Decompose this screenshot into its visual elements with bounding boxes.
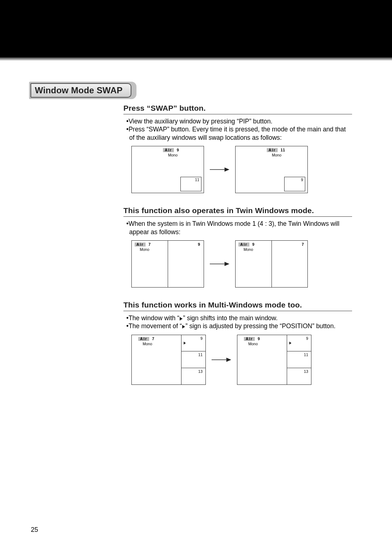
content-area: Press “SWAP” button. •View the auxiliary… bbox=[123, 104, 352, 398]
svg-marker-1 bbox=[225, 167, 230, 172]
triangle-icon bbox=[180, 317, 183, 321]
multi-cell: 13 bbox=[287, 368, 311, 384]
air-label: Air bbox=[135, 243, 146, 247]
top-black-banner bbox=[0, 0, 392, 57]
multi-cell: 9 bbox=[287, 335, 311, 352]
arrow-icon bbox=[209, 260, 230, 268]
air-label: Air bbox=[244, 337, 255, 341]
mono-label: Mono bbox=[140, 247, 149, 252]
twin-left-pane: Air 9 Mono bbox=[236, 241, 272, 287]
bullet-text-pre: The movement of “ bbox=[128, 322, 182, 330]
mono-label: Mono bbox=[244, 247, 253, 252]
mono-label: Mono bbox=[248, 342, 258, 346]
multi-channel: 11 bbox=[304, 351, 311, 357]
heading-rule bbox=[123, 114, 352, 114]
twin-screen-after: Air 9 Mono 7 bbox=[235, 240, 308, 288]
bullet-text-post: ” sign is adjusted by pressing the “POSI… bbox=[185, 322, 335, 330]
heading-rule bbox=[123, 311, 352, 311]
multi-channel: 11 bbox=[198, 351, 205, 357]
multi-main-pane: Air 9 Mono bbox=[237, 335, 287, 384]
bullet-text-post: ” sign shifts into the main window. bbox=[183, 314, 278, 322]
twin-right-pane: 9 bbox=[168, 241, 204, 287]
multi-channel: 9 bbox=[306, 335, 311, 341]
mono-label: Mono bbox=[168, 153, 177, 157]
bullet-text: When the system is in Twin Windows mode … bbox=[128, 220, 339, 235]
section-title-tab: Window Mode SWAP bbox=[29, 82, 136, 99]
air-label: Air bbox=[267, 148, 278, 152]
bullets-twin: •When the system is in Twin Windows mode… bbox=[126, 220, 352, 236]
heading-swap: Press “SWAP” button. bbox=[123, 104, 352, 113]
page-number: 25 bbox=[31, 526, 38, 534]
twin-screen-before: Air 7 Mono 9 bbox=[131, 240, 204, 288]
air-channel: 9 bbox=[252, 242, 254, 247]
bullet-text-pre: The window with “ bbox=[128, 314, 179, 322]
heading-twin: This function also operates in Twin Wind… bbox=[123, 206, 352, 215]
triangle-marker-icon bbox=[289, 342, 291, 345]
multi-screen-before: Air 7 Mono 9 11 13 bbox=[131, 335, 206, 385]
air-label: Air bbox=[238, 243, 249, 247]
multi-side-panes: 9 11 13 bbox=[287, 335, 311, 384]
bullets-swap: •View the auxiliary window by pressing “… bbox=[126, 117, 352, 142]
multi-side-panes: 9 11 13 bbox=[181, 335, 205, 384]
bullet-text: Press “SWAP” button. Every time it is pr… bbox=[128, 126, 346, 141]
mono-label: Mono bbox=[143, 342, 152, 346]
diagram-twin: Air 7 Mono 9 Air 9 Mono 7 bbox=[131, 240, 352, 288]
twin-channel: 9 bbox=[198, 242, 200, 247]
bullets-multi: •The window with “” sign shifts into the… bbox=[126, 314, 352, 330]
triangle-marker-icon bbox=[184, 342, 186, 345]
arrow-icon bbox=[209, 166, 230, 173]
multi-channel: 9 bbox=[200, 335, 205, 341]
air-channel: 7 bbox=[152, 337, 154, 341]
pip-subwindow: 9 bbox=[284, 177, 305, 191]
multi-channel: 13 bbox=[198, 368, 205, 374]
multi-screen-after: Air 9 Mono 9 11 13 bbox=[237, 335, 311, 385]
twin-channel: 7 bbox=[302, 242, 304, 247]
pip-channel: 11 bbox=[195, 177, 201, 182]
pip-screen-after: Air 11 Mono 9 bbox=[235, 146, 308, 193]
multi-channel: 13 bbox=[304, 368, 311, 374]
twin-left-pane: Air 7 Mono bbox=[132, 241, 168, 287]
heading-rule bbox=[123, 216, 352, 217]
air-label: Air bbox=[163, 148, 174, 152]
heading-multi: This function works in Multi-Windows mod… bbox=[123, 301, 352, 309]
twin-right-pane: 7 bbox=[272, 241, 308, 287]
gradient-separator bbox=[0, 57, 392, 62]
triangle-icon bbox=[182, 325, 185, 329]
air-channel: 7 bbox=[148, 242, 151, 247]
multi-cell: 11 bbox=[287, 351, 311, 368]
section-title: Window Mode SWAP bbox=[30, 83, 131, 98]
arrow-icon bbox=[211, 356, 232, 363]
multi-cell: 11 bbox=[181, 351, 205, 368]
pip-channel: 9 bbox=[301, 177, 305, 182]
multi-main-pane: Air 7 Mono bbox=[132, 335, 181, 384]
air-label: Air bbox=[138, 337, 149, 341]
bullet-text: View the auxiliary window by pressing “P… bbox=[128, 118, 273, 125]
pip-subwindow: 11 bbox=[180, 177, 201, 191]
air-channel: 11 bbox=[281, 148, 285, 152]
diagram-multi: Air 7 Mono 9 11 13 Air 9 Mono bbox=[131, 335, 352, 385]
svg-marker-5 bbox=[226, 358, 232, 362]
multi-cell: 13 bbox=[181, 368, 205, 384]
diagram-pip: Air 9 Mono 11 Air 11 Mono 9 bbox=[131, 146, 352, 193]
multi-cell: 9 bbox=[181, 335, 205, 352]
mono-label: Mono bbox=[272, 153, 281, 157]
air-channel: 9 bbox=[258, 337, 260, 341]
air-channel: 9 bbox=[177, 148, 179, 152]
svg-marker-3 bbox=[225, 262, 230, 266]
pip-screen-before: Air 9 Mono 11 bbox=[131, 146, 204, 193]
